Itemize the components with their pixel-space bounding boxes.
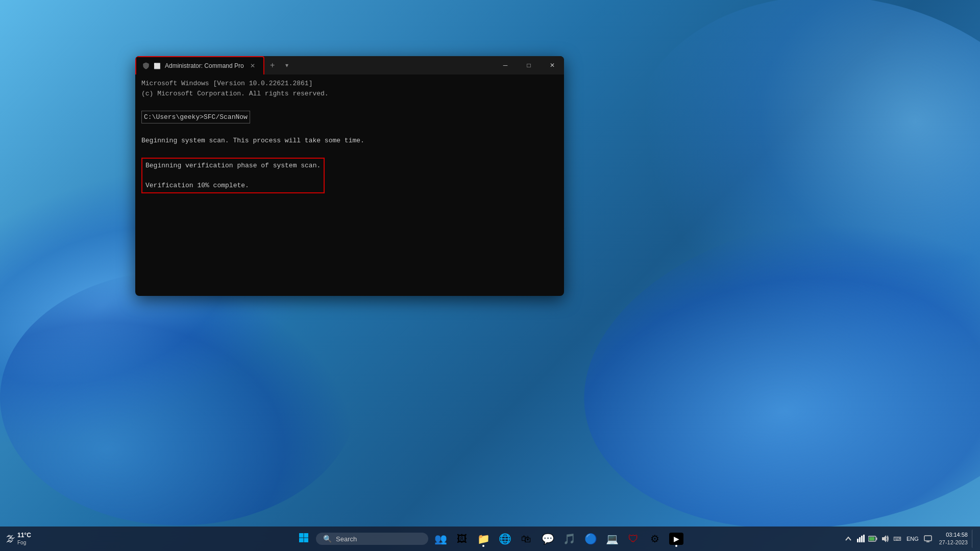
chrome-icon: 🔵 [584, 533, 597, 545]
verification-highlight-box: Beginning verification phase of system s… [141, 158, 325, 194]
maximize-button[interactable]: □ [517, 56, 541, 74]
tab-area: ⬜ Administrator: Command Pro ✕ + ▾ [135, 56, 314, 74]
taskbar-icon-terminal[interactable]: ▶ [667, 530, 685, 548]
taskbar-icon-chrome[interactable]: 🔵 [581, 530, 600, 548]
clock-widget[interactable]: 03:14:58 27-12-2023 [939, 531, 968, 547]
cmd-icon: ⬜ [154, 62, 161, 69]
window-controls: ─ □ ✕ [494, 56, 564, 74]
svg-rect-3 [304, 538, 309, 542]
weather-condition: Fog [17, 539, 31, 546]
weather-icon: 🌫 [6, 534, 15, 544]
tray-speaker[interactable] [880, 534, 890, 544]
svg-rect-4 [857, 539, 859, 542]
svg-rect-5 [859, 537, 861, 542]
taskbar-left: 🌫 11°C Fog [6, 532, 35, 546]
clock-date: 27-12-2023 [939, 539, 968, 546]
svg-rect-12 [924, 536, 932, 541]
weather-widget[interactable]: 🌫 11°C Fog [6, 532, 31, 546]
term-line-1: Microsoft Windows [Version 10.0.22621.28… [141, 79, 558, 89]
tray-network[interactable] [855, 534, 866, 544]
display-icon [924, 535, 932, 543]
taskbar-icon-antivirus[interactable]: 🛡 [624, 530, 643, 548]
tray-display[interactable] [923, 534, 933, 544]
desktop: ⬜ Administrator: Command Pro ✕ + ▾ ─ □ ✕… [0, 0, 980, 551]
taskbar-icon-settings[interactable]: ⚙ [646, 530, 664, 548]
svg-marker-11 [882, 535, 886, 542]
spotify-icon: 🎵 [563, 533, 576, 545]
term-line-2: (c) Microsoft Corporation. All rights re… [141, 89, 558, 99]
term-command-line: C:\Users\geeky>SFC/ScanNow [141, 109, 558, 126]
whatsapp-icon: 💬 [542, 533, 554, 545]
tray-chevron-up[interactable] [843, 534, 853, 544]
settings-icon: ⚙ [650, 533, 659, 545]
photos-icon: 🖼 [457, 533, 467, 545]
clock-time: 03:14:58 [946, 531, 968, 539]
taskbar-icon-spotify[interactable]: 🎵 [560, 530, 578, 548]
term-line-3: Beginning system scan. This process will… [141, 136, 558, 146]
search-icon: 🔍 [323, 535, 332, 543]
svg-rect-1 [304, 533, 309, 538]
svg-rect-2 [299, 538, 304, 542]
terminal-window: ⬜ Administrator: Command Pro ✕ + ▾ ─ □ ✕… [135, 56, 564, 296]
battery-icon [868, 536, 877, 542]
svg-rect-6 [861, 536, 863, 542]
new-tab-button[interactable]: + [264, 56, 281, 74]
tab-title-text: Administrator: Command Pro [165, 62, 244, 69]
svg-rect-9 [876, 538, 877, 540]
term-line-5: Verification 10% complete. [145, 181, 321, 191]
terminal-icon: ▶ [669, 533, 683, 545]
windows-logo-icon [299, 533, 309, 545]
taskbar-center: 🔍 Search 👥 🖼 📁 🌐 🛍 💬 [295, 530, 685, 548]
taskbar-icon-people[interactable]: 👥 [431, 530, 450, 548]
file-explorer-icon: 📁 [477, 533, 490, 545]
edge-icon: 🌐 [499, 533, 511, 545]
taskbar-icon-photos[interactable]: 🖼 [453, 530, 471, 548]
terminal-content[interactable]: Microsoft Windows [Version 10.0.22621.28… [135, 74, 564, 296]
show-desktop-button[interactable] [972, 530, 974, 548]
taskbar-icon-edge[interactable]: 🌐 [496, 530, 514, 548]
antivirus-icon: 🛡 [628, 533, 639, 545]
keyboard-icon: ⌨ [893, 536, 901, 542]
command-highlight: C:\Users\geeky>SFC/ScanNow [141, 111, 250, 124]
svg-rect-0 [299, 533, 304, 538]
people-icon: 👥 [434, 533, 447, 545]
weather-temperature: 11°C [17, 532, 31, 540]
store-icon: 🛍 [521, 533, 531, 545]
network-icon [856, 535, 865, 543]
active-dot-terminal [675, 545, 677, 547]
svg-rect-7 [863, 535, 865, 542]
tab-dropdown-button[interactable]: ▾ [281, 56, 293, 74]
active-tab[interactable]: ⬜ Administrator: Command Pro ✕ [135, 56, 264, 74]
system-tray: ⌨ ENG [843, 534, 933, 544]
active-dot [482, 545, 484, 547]
taskbar-icon-store[interactable]: 🛍 [517, 530, 535, 548]
svg-rect-10 [869, 537, 874, 541]
wallpaper-swirl-bottom-left [0, 270, 357, 525]
taskbar: 🌫 11°C Fog [0, 527, 980, 551]
taskbar-icon-file-explorer[interactable]: 📁 [474, 530, 493, 548]
tray-keyboard[interactable]: ⌨ [892, 534, 902, 544]
speaker-icon [881, 535, 889, 543]
search-bar[interactable]: 🔍 Search [316, 533, 428, 545]
shield-icon [142, 62, 150, 69]
taskbar-right: ⌨ ENG 03:14:58 27-12-2023 [843, 530, 974, 548]
close-button[interactable]: ✕ [541, 56, 564, 74]
taskbar-icon-vscode[interactable]: 💻 [603, 530, 621, 548]
title-bar: ⬜ Administrator: Command Pro ✕ + ▾ ─ □ ✕ [135, 56, 564, 74]
language-indicator[interactable]: ENG [906, 536, 919, 542]
search-text-label: Search [336, 535, 357, 543]
tab-close-button[interactable]: ✕ [248, 61, 257, 70]
wallpaper-swirl-bottom-right [559, 179, 980, 551]
tray-battery[interactable] [868, 534, 878, 544]
vscode-icon: 💻 [606, 533, 619, 545]
minimize-button[interactable]: ─ [494, 56, 517, 74]
term-line-4: Beginning verification phase of system s… [145, 161, 321, 171]
chevron-up-icon [845, 535, 852, 542]
weather-text: 11°C Fog [17, 532, 31, 546]
start-button[interactable] [295, 530, 313, 548]
taskbar-icon-whatsapp[interactable]: 💬 [538, 530, 557, 548]
